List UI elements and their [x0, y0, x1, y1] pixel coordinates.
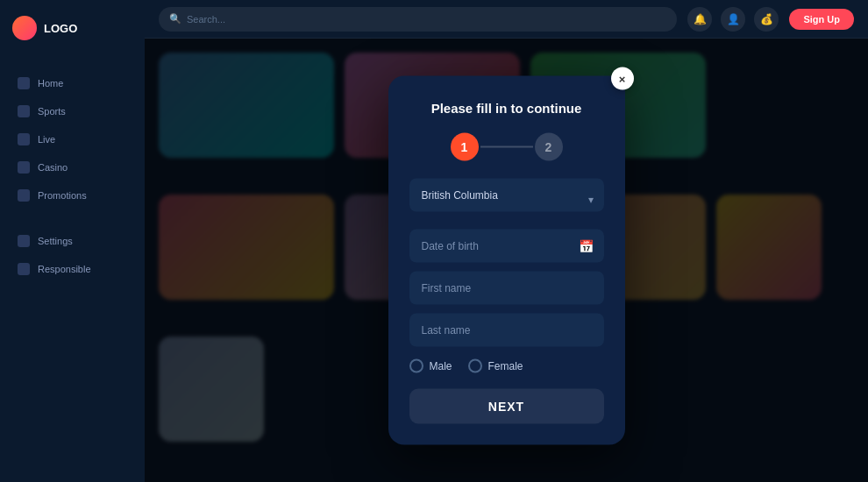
sidebar-label-settings: Settings: [38, 236, 73, 246]
lastname-field: [409, 314, 604, 347]
sidebar-item-casino[interactable]: Casino: [5, 154, 139, 181]
logo-icon: [12, 16, 37, 40]
dob-input[interactable]: [409, 230, 604, 263]
logo-text: LOGO: [44, 22, 77, 35]
topbar-icons: 🔔 👤 💰: [687, 7, 779, 32]
topbar: 🔍 Search... 🔔 👤 💰 Sign Up: [145, 0, 868, 39]
radio-female[interactable]: [468, 359, 482, 373]
casino-icon: [18, 161, 30, 174]
firstname-input[interactable]: [409, 272, 604, 305]
sidebar-item-responsible[interactable]: Responsible: [5, 256, 139, 282]
search-bar[interactable]: 🔍 Search...: [159, 7, 677, 32]
sidebar-label-home: Home: [38, 78, 63, 89]
step-1-circle: 1: [451, 133, 479, 161]
signup-button[interactable]: Sign Up: [789, 9, 854, 30]
sidebar-item-promotions[interactable]: Promotions: [5, 182, 139, 209]
gender-female-label: Female: [488, 360, 523, 372]
promo-icon: [18, 189, 30, 202]
radio-male[interactable]: [409, 359, 423, 373]
gender-male-label: Male: [430, 360, 452, 372]
sidebar-item-sports[interactable]: Sports: [5, 98, 139, 124]
firstname-field: [409, 272, 604, 305]
province-select[interactable]: British Columbia Ontario Alberta Quebec …: [409, 179, 604, 212]
notification-icon[interactable]: 🔔: [687, 7, 712, 32]
sidebar-label-responsible: Responsible: [38, 264, 91, 274]
sports-icon: [18, 105, 30, 117]
sidebar-section-more: [0, 219, 145, 226]
sidebar-logo: LOGO: [0, 9, 145, 51]
responsible-icon: [18, 263, 30, 275]
avatar-icon[interactable]: 👤: [721, 7, 745, 32]
close-button[interactable]: ×: [611, 67, 634, 90]
sidebar-label-promo: Promotions: [38, 190, 87, 201]
sidebar-label-live: Live: [38, 134, 55, 145]
live-icon: [18, 133, 30, 145]
sidebar: LOGO Home Sports Live Casino Promotions …: [0, 0, 145, 482]
province-wrapper: British Columbia Ontario Alberta Quebec …: [409, 179, 604, 221]
modal-title: Please fill in to continue: [409, 101, 604, 116]
gender-row: Male Female: [409, 359, 604, 373]
step-indicator: 1 2: [409, 133, 604, 161]
sidebar-item-settings[interactable]: Settings: [5, 228, 139, 254]
step-2-circle: 2: [535, 133, 563, 161]
sidebar-item-live[interactable]: Live: [5, 126, 139, 152]
sidebar-item-home[interactable]: Home: [5, 70, 139, 96]
main-content: × Please fill in to continue 1 2 British…: [145, 39, 868, 482]
home-icon: [18, 77, 30, 89]
next-button[interactable]: NEXT: [409, 389, 604, 424]
modal-dialog: × Please fill in to continue 1 2 British…: [388, 76, 625, 445]
wallet-icon[interactable]: 💰: [754, 7, 779, 32]
sidebar-label-sports: Sports: [38, 106, 66, 117]
search-icon: 🔍: [169, 13, 181, 25]
lastname-input[interactable]: [409, 314, 604, 347]
settings-icon: [18, 235, 30, 247]
sidebar-label-casino: Casino: [38, 162, 68, 173]
gender-female-option[interactable]: Female: [468, 359, 523, 373]
gender-male-option[interactable]: Male: [409, 359, 452, 373]
search-placeholder: Search...: [187, 14, 225, 25]
dob-field: 📅: [409, 230, 604, 263]
step-line: [480, 146, 533, 148]
sidebar-section-main: [0, 61, 145, 68]
